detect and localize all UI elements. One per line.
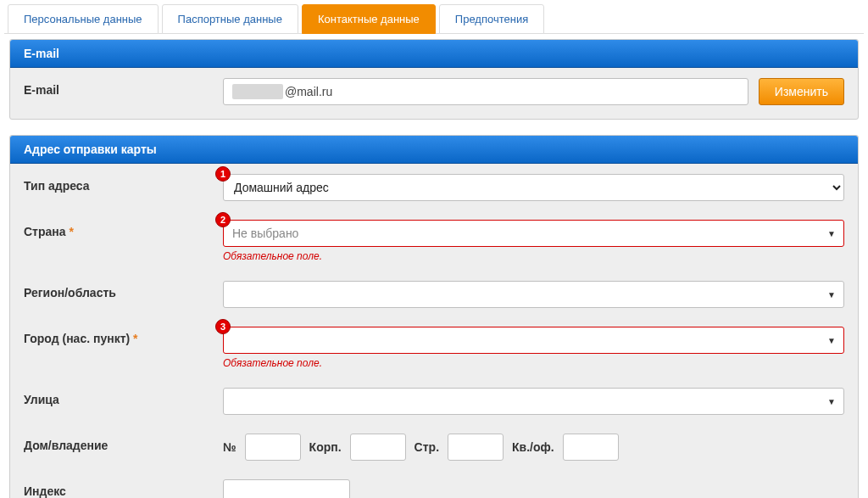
house-kv-input[interactable] <box>563 434 619 461</box>
email-blurred-part <box>232 84 283 99</box>
tab-contact[interactable]: Контактные данные <box>302 4 436 34</box>
city-select[interactable] <box>223 327 844 354</box>
house-str-input[interactable] <box>448 434 504 461</box>
city-error: Обязательное поле. <box>223 357 844 369</box>
street-select[interactable] <box>223 388 844 415</box>
index-input[interactable] <box>223 479 350 498</box>
region-select[interactable] <box>223 281 844 308</box>
tab-personal[interactable]: Персональные данные <box>8 4 159 34</box>
house-no-input[interactable] <box>245 434 301 461</box>
required-mark: * <box>69 225 73 238</box>
country-select[interactable]: Не выбрано <box>223 220 844 247</box>
country-label: Страна * <box>24 220 223 238</box>
address-type-select[interactable]: Домашний адрес <box>223 174 844 201</box>
required-mark: * <box>133 332 137 345</box>
street-label: Улица <box>24 388 223 406</box>
email-field[interactable]: @mail.ru <box>223 78 748 105</box>
email-label: E-mail <box>24 78 223 97</box>
badge-2: 2 <box>215 212 231 227</box>
country-error: Обязательное поле. <box>223 250 844 262</box>
region-label: Регион/область <box>24 281 223 299</box>
tab-passport[interactable]: Паспортные данные <box>162 4 298 34</box>
house-kv-label: Кв./оф. <box>512 440 554 454</box>
address-panel-header: Адрес отправки карты <box>10 136 858 164</box>
index-label: Индекс <box>24 479 223 498</box>
email-panel: E-mail E-mail @mail.ru Изменить <box>9 39 859 120</box>
house-korp-label: Корп. <box>309 440 342 454</box>
address-type-label: Тип адреса <box>24 174 223 193</box>
house-str-label: Стр. <box>415 440 439 454</box>
badge-1: 1 <box>215 166 231 182</box>
tabs-bar: Персональные данные Паспортные данные Ко… <box>4 4 864 34</box>
email-suffix: @mail.ru <box>285 85 332 98</box>
address-panel: Адрес отправки карты Тип адреса 1 Домашн… <box>9 135 859 498</box>
email-panel-header: E-mail <box>10 40 858 68</box>
house-label: Дом/владение <box>24 434 223 452</box>
badge-3: 3 <box>215 319 231 334</box>
house-korp-input[interactable] <box>350 434 406 461</box>
house-no-label: № <box>223 440 236 454</box>
tab-preferences[interactable]: Предпочтения <box>439 4 544 34</box>
change-email-button[interactable]: Изменить <box>759 78 844 105</box>
city-label: Город (нас. пункт) * <box>24 327 223 345</box>
